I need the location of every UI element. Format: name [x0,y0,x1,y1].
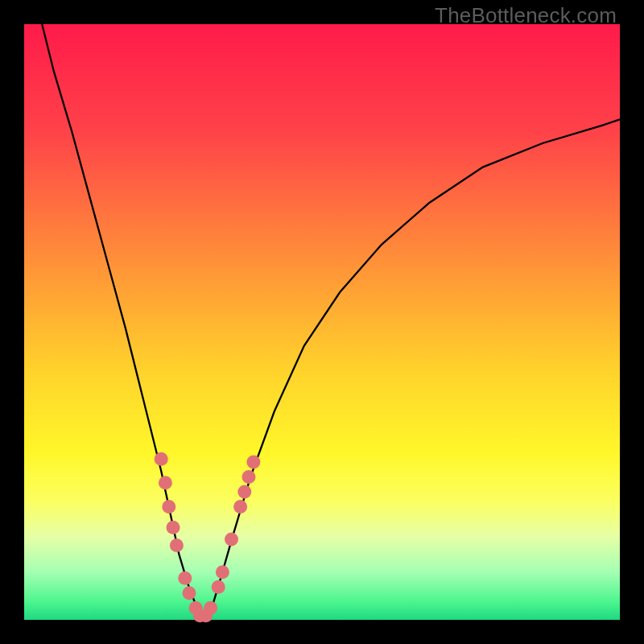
data-marker [155,452,168,466]
data-marker [212,580,225,594]
data-marker [170,539,184,552]
curve-svg [24,24,620,620]
bottleneck-curve [42,24,620,620]
data-marker [183,586,196,600]
data-marker [242,470,256,484]
data-marker [204,601,217,615]
data-marker [216,565,229,579]
data-marker [159,476,172,489]
data-marker [233,500,247,514]
watermark-text: TheBottleneck.com [435,3,617,28]
outer-frame: TheBottleneck.com [0,0,644,644]
data-marker [178,572,192,585]
data-marker [246,455,260,469]
data-marker [162,500,175,514]
plot-area [24,24,620,620]
data-marker [225,533,238,547]
data-markers [155,452,261,623]
data-marker [237,485,251,498]
data-marker [167,521,180,535]
